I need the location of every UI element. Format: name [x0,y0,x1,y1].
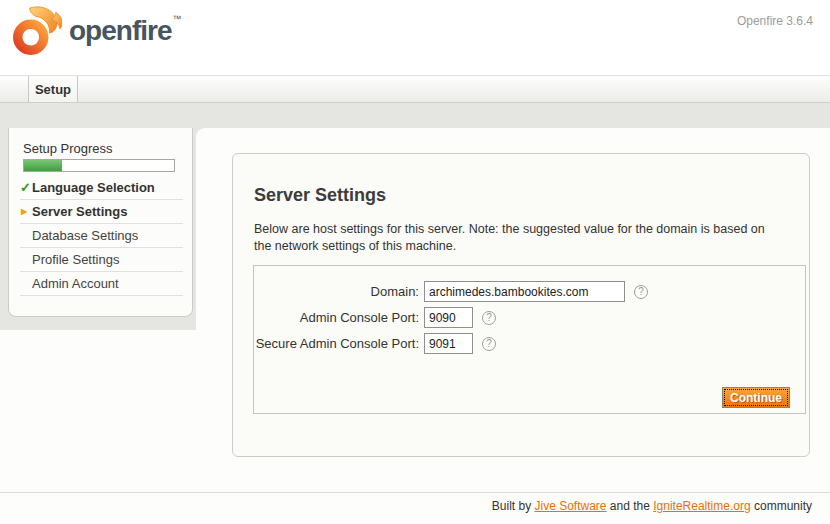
step-label: Server Settings [32,204,127,219]
continue-button[interactable]: Continue [722,387,790,408]
admin-port-row: Admin Console Port: ? [254,307,805,328]
admin-port-input[interactable] [424,307,473,328]
subnav-bar [0,103,830,128]
help-icon[interactable]: ? [482,337,496,351]
step-language-selection: ✓ Language Selection [20,176,183,200]
igniterealtime-link[interactable]: IgniteRealtime.org [653,499,750,513]
domain-row: Domain: ? [254,281,805,302]
check-icon: ✓ [20,180,32,195]
step-database-settings: Database Settings [20,224,183,248]
secure-port-row: Secure Admin Console Port: ? [254,333,805,354]
version-label: Openfire 3.6.4 [737,14,813,28]
arrow-icon: ▶ [20,207,32,216]
step-admin-account: Admin Account [20,272,183,296]
main-panel: Server Settings Below are host settings … [232,153,810,457]
tab-bar: Setup [0,75,830,103]
server-settings-form: Domain: ? Admin Console Port: ? Secure A… [253,265,806,414]
footer: Built by Jive Software and the IgniteRea… [492,499,812,513]
setup-progress-panel: Setup Progress ✓ Language Selection ▶ Se… [8,128,193,317]
footer-divider [0,492,830,493]
help-icon[interactable]: ? [482,311,496,325]
tab-setup[interactable]: Setup [28,76,78,102]
footer-text: and the [607,499,654,513]
setup-steps: ✓ Language Selection ▶ Server Settings D… [9,176,192,296]
domain-input[interactable] [424,281,625,302]
footer-text: community [751,499,812,513]
jive-software-link[interactable]: Jive Software [535,499,607,513]
secure-port-input[interactable] [424,333,473,354]
setup-progress-title: Setup Progress [23,141,113,156]
footer-text: Built by [492,499,535,513]
flame-logo-icon [12,6,62,56]
page-description: Below are host settings for this server.… [254,221,782,255]
help-icon[interactable]: ? [634,285,648,299]
step-label: Profile Settings [32,252,119,267]
step-label: Language Selection [32,180,155,195]
step-profile-settings: Profile Settings [20,248,183,272]
admin-port-label: Admin Console Port: [254,310,424,325]
trademark-symbol: ™ [172,14,181,24]
domain-label: Domain: [254,284,424,299]
secure-port-label: Secure Admin Console Port: [254,336,424,351]
header: openfire™ Openfire 3.6.4 [0,0,830,75]
logo-text: openfire [69,15,171,47]
step-server-settings: ▶ Server Settings [20,200,183,224]
step-label: Database Settings [32,228,138,243]
openfire-logo: openfire™ [12,6,180,56]
page-title: Server Settings [254,185,386,206]
progress-fill [24,160,62,171]
page: openfire™ Openfire 3.6.4 Setup Setup Pro… [0,0,830,524]
step-label: Admin Account [32,276,119,291]
progress-bar [23,159,175,172]
